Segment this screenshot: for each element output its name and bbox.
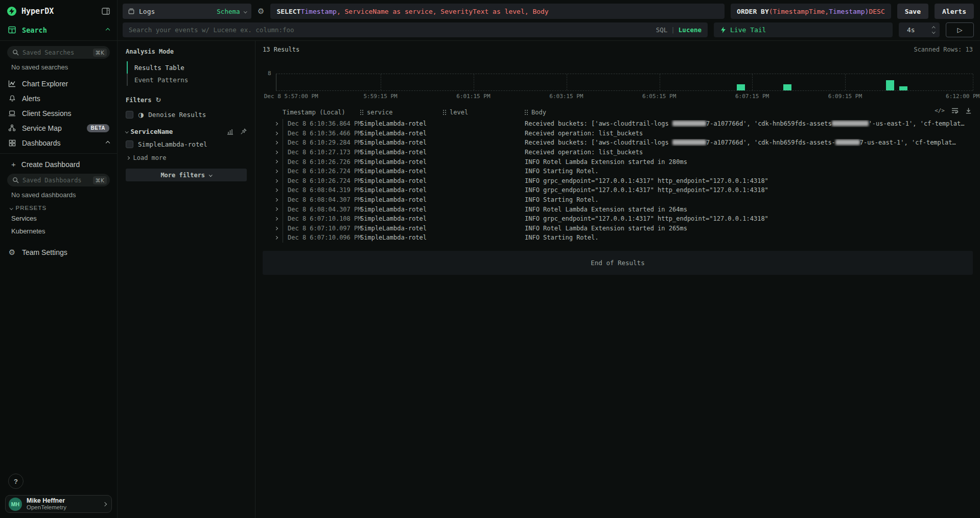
log-row[interactable]: Dec 8 6:10:27.173 PMSimpleLambda-rotelRe… [269, 148, 973, 157]
source-label: Logs [139, 8, 155, 15]
query-settings-gear-icon[interactable]: ⚙ [258, 7, 264, 16]
row-expand-icon[interactable] [274, 189, 277, 192]
log-body: INFO grpc_endpoint="127.0.0.1:4317" http… [525, 186, 973, 194]
sql-select-editor[interactable]: SELECT Timestamp, ServiceName as service… [270, 4, 725, 19]
sidebar-item-dashboards[interactable]: Dashboards [0, 135, 117, 150]
download-icon[interactable] [965, 107, 972, 114]
wrap-lines-icon[interactable] [951, 107, 959, 114]
code-view-icon[interactable]: </> [935, 107, 945, 114]
lucene-toggle[interactable]: Lucene [679, 26, 702, 34]
row-expand-icon[interactable] [274, 160, 277, 163]
log-row[interactable]: Dec 8 6:07:10.108 PMSimpleLambda-rotelIN… [269, 214, 973, 224]
gear-icon: ⚙ [8, 248, 16, 257]
alerts-button[interactable]: Alerts [935, 4, 974, 19]
play-button[interactable]: ▷ [946, 22, 974, 37]
pin-icon[interactable] [240, 128, 247, 135]
row-expand-icon[interactable] [274, 141, 277, 144]
row-expand-icon[interactable] [274, 236, 277, 239]
log-row[interactable]: Dec 8 6:10:29.284 PMSimpleLambda-rotelRe… [269, 138, 973, 148]
servicename-filter-group[interactable]: ServiceName [126, 128, 247, 135]
sidebar-item-chart-explorer[interactable]: Chart Explorer [0, 76, 117, 91]
histogram-bar[interactable] [783, 84, 791, 90]
row-expand-icon[interactable] [274, 170, 277, 173]
stepper-chevrons[interactable] [932, 27, 935, 33]
help-button[interactable]: ? [8, 474, 24, 489]
chart-icon[interactable] [226, 128, 234, 135]
redacted-text [672, 139, 706, 145]
drag-handle-icon[interactable] [360, 110, 364, 115]
schema-link[interactable]: Schema [217, 8, 240, 15]
row-expand-icon[interactable] [274, 151, 277, 154]
sidebar-item-client-sessions[interactable]: Client Sessions [0, 106, 117, 121]
table-tools: </> [935, 107, 972, 114]
presets-toggle[interactable]: PRESETS [0, 201, 117, 212]
grid-line [973, 74, 973, 90]
sidebar-collapse-icon[interactable] [102, 8, 110, 15]
log-timestamp: Dec 8 6:08:04.319 PM [283, 185, 360, 195]
sql-toggle[interactable]: SQL [656, 26, 668, 34]
column-header-body[interactable]: Body [525, 109, 973, 116]
user-card[interactable]: MH Mike Heffner OpenTelemetry [5, 495, 112, 513]
row-expand-icon[interactable] [274, 122, 277, 125]
refresh-icon[interactable]: ↻ [156, 96, 161, 104]
log-row[interactable]: Dec 8 6:07:10.096 PMSimpleLambda-rotelIN… [269, 233, 973, 243]
event-search-bar[interactable]: SQL | Lucene [123, 22, 708, 37]
row-expand-icon[interactable] [274, 207, 277, 210]
saved-searches-input[interactable] [22, 49, 89, 56]
save-button[interactable]: Save [897, 4, 928, 19]
row-expand-icon[interactable] [274, 227, 277, 230]
preset-item-services[interactable]: Services [0, 212, 117, 225]
log-service: SimpleLambda-rotel [360, 158, 443, 166]
saved-searches-box[interactable]: ⌘K [7, 46, 110, 59]
service-filter-row[interactable]: SimpleLambda-rotel [126, 140, 247, 148]
log-body: Received operation: list_buckets [525, 130, 973, 137]
live-tail-button[interactable]: Live Tail [714, 22, 893, 37]
log-row[interactable]: Dec 8 6:07:10.097 PMSimpleLambda-rotelIN… [269, 224, 973, 233]
service-checkbox[interactable] [126, 140, 133, 148]
denoise-filter-row[interactable]: ◑ Denoise Results [126, 111, 247, 119]
sidebar-item-service-map[interactable]: Service Map BETA [0, 121, 117, 135]
chevron-up-icon [106, 140, 110, 145]
row-expand-icon[interactable] [274, 132, 277, 135]
order-by-editor[interactable]: ORDER BY (TimestampTime, Timestamp) DESC [731, 4, 891, 19]
sidebar-item-search[interactable]: Search [0, 22, 117, 37]
histogram-bar[interactable] [886, 80, 894, 90]
log-row[interactable]: Dec 8 6:08:04.319 PMSimpleLambda-rotelIN… [269, 185, 973, 195]
sidebar-item-alerts[interactable]: Alerts [0, 91, 117, 106]
histogram-bar[interactable] [737, 84, 745, 90]
chevron-up-icon [106, 28, 110, 32]
load-more-button[interactable]: Load more [127, 154, 247, 161]
preset-item-kubernetes[interactable]: Kubernetes [0, 225, 117, 238]
mode-results-table[interactable]: Results Table [128, 61, 247, 74]
user-name: Mike Heffner [27, 497, 99, 504]
event-search-input[interactable] [129, 26, 652, 34]
row-expand-icon[interactable] [274, 198, 277, 201]
saved-dashboards-box[interactable]: ⌘K [7, 174, 110, 186]
log-row[interactable]: Dec 8 6:10:26.724 PMSimpleLambda-rotelIN… [269, 167, 973, 176]
log-row[interactable]: Dec 8 6:10:36.864 PMSimpleLambda-rotelRe… [269, 119, 973, 129]
more-filters-button[interactable]: More filters [126, 169, 247, 181]
denoise-icon: ◑ [138, 111, 144, 119]
log-row[interactable]: Dec 8 6:10:36.466 PMSimpleLambda-rotelRe… [269, 129, 973, 138]
column-header-level[interactable]: level [443, 109, 525, 116]
histogram-plot[interactable] [276, 74, 973, 91]
log-row[interactable]: Dec 8 6:10:26.724 PMSimpleLambda-rotelIN… [269, 176, 973, 186]
log-row[interactable]: Dec 8 6:08:04.307 PMSimpleLambda-rotelIN… [269, 204, 973, 214]
saved-dashboards-input[interactable] [22, 177, 89, 184]
create-dashboard-label: Create Dashboard [21, 160, 80, 169]
log-row[interactable]: Dec 8 6:10:26.726 PMSimpleLambda-rotelIN… [269, 157, 973, 167]
sidebar-item-team-settings[interactable]: ⚙ Team Settings [0, 245, 117, 260]
drag-handle-icon[interactable] [443, 110, 447, 115]
histogram-bar[interactable] [899, 86, 907, 90]
column-header-service[interactable]: service [360, 109, 443, 116]
column-header-timestamp[interactable]: Timestamp (Local) [283, 109, 360, 116]
row-expand-icon[interactable] [274, 179, 277, 182]
refresh-interval-stepper[interactable]: 4s [899, 22, 940, 37]
denoise-checkbox[interactable] [126, 111, 133, 119]
drag-handle-icon[interactable] [525, 110, 528, 115]
source-selector[interactable]: Logs Schema [123, 4, 251, 19]
log-row[interactable]: Dec 8 6:08:04.307 PMSimpleLambda-rotelIN… [269, 195, 973, 205]
mode-event-patterns[interactable]: Event Patterns [128, 74, 247, 86]
create-dashboard-button[interactable]: + Create Dashboard [0, 157, 117, 172]
row-expand-icon[interactable] [274, 217, 277, 220]
